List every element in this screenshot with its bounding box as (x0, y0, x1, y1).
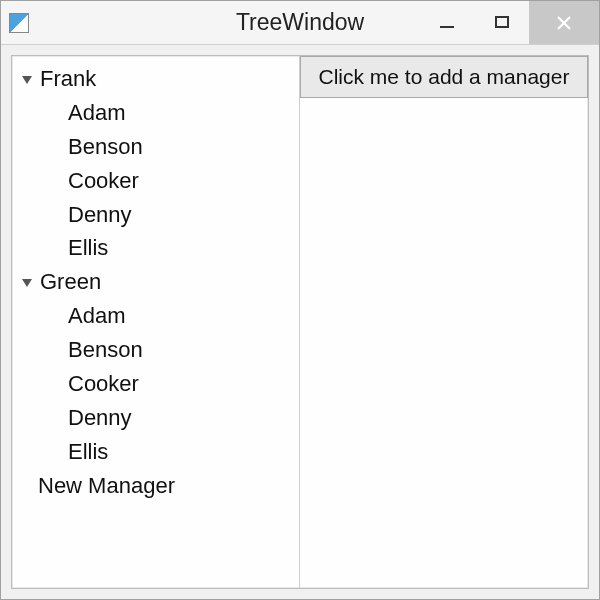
window-controls (419, 1, 599, 44)
client-area: Frank Adam Benson Cooker Denny Ellis Gre… (11, 55, 589, 589)
close-icon (555, 14, 573, 32)
tree-node-label: Adam (68, 97, 125, 129)
tree-node-green[interactable]: Green (16, 265, 295, 299)
tree-node-label: Benson (68, 334, 143, 366)
tree-node-label: Denny (68, 402, 132, 434)
tree-node-child[interactable]: Ellis (16, 435, 295, 469)
tree-node-child[interactable]: Cooker (16, 367, 295, 401)
svg-rect-1 (496, 17, 508, 27)
tree-node-label: New Manager (38, 470, 175, 502)
tree-node-child[interactable]: Cooker (16, 164, 295, 198)
tree-view[interactable]: Frank Adam Benson Cooker Denny Ellis Gre… (12, 56, 300, 588)
minimize-button[interactable] (419, 1, 474, 44)
minimize-icon (438, 14, 456, 32)
tree-node-child[interactable]: Denny (16, 198, 295, 232)
maximize-icon (494, 15, 510, 31)
tree-node-label: Cooker (68, 368, 139, 400)
window-title: TreeWindow (236, 9, 364, 36)
close-button[interactable] (529, 1, 599, 44)
tree-node-frank[interactable]: Frank (16, 62, 295, 96)
tree-node-child[interactable]: Adam (16, 96, 295, 130)
add-manager-button[interactable]: Click me to add a manager (300, 56, 588, 98)
tree-node-label: Cooker (68, 165, 139, 197)
tree-node-label: Denny (68, 199, 132, 231)
tree-node-label: Frank (40, 63, 96, 95)
right-panel: Click me to add a manager (300, 56, 588, 588)
titlebar[interactable]: TreeWindow (1, 1, 599, 45)
tree-node-child[interactable]: Adam (16, 299, 295, 333)
expander-icon[interactable] (20, 72, 34, 86)
tree-node-child[interactable]: Ellis (16, 231, 295, 265)
tree-node-label: Benson (68, 131, 143, 163)
tree-node-label: Green (40, 266, 101, 298)
tree-node-label: Ellis (68, 232, 108, 264)
tree-node-label: Ellis (68, 436, 108, 468)
tree-node-new-manager[interactable]: New Manager (16, 469, 295, 503)
tree-node-label: Adam (68, 300, 125, 332)
maximize-button[interactable] (474, 1, 529, 44)
app-window: TreeWindow Frank Adam Benson Cooker (0, 0, 600, 600)
app-icon (9, 13, 29, 33)
tree-node-child[interactable]: Denny (16, 401, 295, 435)
expander-icon[interactable] (20, 275, 34, 289)
tree-node-child[interactable]: Benson (16, 130, 295, 164)
tree-node-child[interactable]: Benson (16, 333, 295, 367)
